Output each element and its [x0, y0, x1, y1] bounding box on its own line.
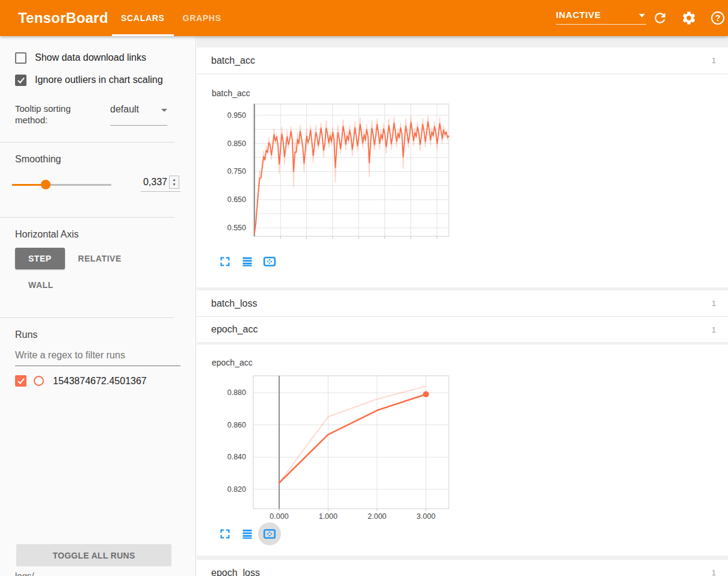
section-count-badge: 1 — [712, 299, 716, 308]
smoothing-label: Smoothing — [15, 154, 180, 165]
run-color-swatch — [34, 376, 44, 386]
check-icon — [17, 76, 25, 83]
section-header-batch-loss[interactable]: batch_loss 1 — [197, 290, 728, 316]
runs-label: Runs — [15, 329, 180, 340]
section-count-badge: 1 — [712, 325, 716, 334]
tooltip-sorting-value: default — [110, 104, 167, 115]
app-title: TensorBoard — [18, 0, 108, 36]
section-title: epoch_loss — [211, 568, 260, 576]
top-toolbar: TensorBoard SCALARS GRAPHS INACTIVE ? — [0, 0, 728, 36]
runs-group-path: logs/ — [15, 571, 34, 576]
chart-title: batch_acc — [212, 88, 728, 98]
tab-scalars-label: SCALARS — [121, 13, 165, 23]
log-scale-button[interactable] — [239, 526, 255, 542]
refresh-button[interactable] — [652, 10, 668, 26]
svg-text:0.950: 0.950 — [227, 111, 246, 120]
fit-domain-icon — [262, 527, 277, 541]
fit-domain-button-active[interactable] — [258, 522, 281, 545]
refresh-icon — [652, 10, 668, 26]
svg-text:0.840: 0.840 — [227, 453, 246, 461]
tab-graphs[interactable]: GRAPHS — [174, 0, 230, 36]
chart-card-batch-acc: batch_acc 0.5500.6500.7500.8500.950 — [197, 73, 728, 287]
check-icon — [17, 376, 25, 384]
chart-toolbar — [217, 522, 728, 545]
ignore-outliers-checkbox[interactable] — [15, 75, 26, 86]
run-name: 1543874672.4501367 — [53, 376, 147, 387]
ignore-outliers-checkbox-row[interactable]: Ignore outliers in chart scaling — [15, 73, 196, 87]
stepper-down-icon[interactable]: ▼ — [172, 182, 176, 187]
settings-button[interactable] — [680, 10, 697, 26]
help-button[interactable]: ? — [709, 10, 726, 26]
tooltip-sorting-row: Tooltip sorting method: default — [15, 103, 180, 126]
axis-step-button[interactable]: STEP — [15, 248, 65, 269]
help-glyph: ? — [715, 13, 721, 23]
fullscreen-button[interactable] — [217, 526, 233, 542]
tooltip-sorting-dropdown[interactable]: default — [110, 104, 167, 126]
svg-text:1.000: 1.000 — [319, 512, 338, 520]
axis-relative-button[interactable]: RELATIVE — [65, 248, 135, 269]
axis-wall-button[interactable]: WALL — [15, 274, 67, 296]
section-count-badge: 1 — [712, 56, 716, 65]
section-header-batch-acc[interactable]: batch_acc 1 — [197, 47, 728, 73]
ignore-outliers-label: Ignore outliers in chart scaling — [35, 75, 179, 85]
tab-scalars[interactable]: SCALARS — [112, 0, 174, 36]
section-title: batch_acc — [211, 55, 255, 66]
horizontal-bars-icon — [241, 528, 253, 540]
svg-text:0.880: 0.880 — [227, 388, 246, 397]
settings-sidebar: Show data download links Ignore outliers… — [0, 36, 196, 576]
toggle-all-runs-button[interactable]: TOGGLE ALL RUNS — [16, 544, 171, 566]
section-title: epoch_acc — [211, 324, 258, 335]
tooltip-sorting-label: Tooltip sorting method: — [15, 103, 90, 126]
log-scale-button[interactable] — [239, 254, 255, 269]
status-dropdown[interactable]: INACTIVE — [556, 10, 646, 25]
smoothing-value-input[interactable] — [141, 177, 167, 188]
section-header-epoch-loss[interactable]: epoch_loss 1 — [197, 560, 728, 576]
epoch-acc-line-chart[interactable]: 0.8200.8400.8600.8800.0001.0002.0003.000 — [204, 369, 457, 520]
run-checkbox[interactable] — [15, 375, 26, 387]
svg-text:3.000: 3.000 — [416, 512, 435, 520]
chart-title: epoch_acc — [212, 358, 728, 367]
section-header-epoch-acc[interactable]: epoch_acc 1 — [197, 316, 728, 342]
tensorboard-app: TensorBoard SCALARS GRAPHS INACTIVE ? — [0, 0, 728, 576]
divider — [0, 217, 174, 218]
run-list-item[interactable]: 1543874672.4501367 — [15, 375, 180, 387]
axis-wall-row: WALL — [15, 274, 180, 296]
section-count-badge: 1 — [712, 568, 716, 576]
section-title: batch_loss — [211, 298, 258, 309]
chart-toolbar — [217, 250, 728, 273]
fullscreen-icon — [219, 256, 231, 268]
show-download-links-checkbox[interactable] — [15, 52, 26, 64]
fit-domain-icon — [262, 254, 277, 269]
svg-text:2.000: 2.000 — [368, 512, 386, 520]
svg-text:0.000: 0.000 — [270, 512, 288, 520]
chevron-down-icon — [161, 109, 167, 112]
settings-gear-icon — [681, 10, 697, 26]
runs-filter-input[interactable] — [15, 350, 180, 361]
batch-acc-line-chart[interactable]: 0.5500.6500.7500.8500.950 — [204, 101, 457, 241]
horizontal-bars-icon — [241, 256, 253, 268]
chart-card-epoch-acc: epoch_acc 0.8200.8400.8600.8800.0001.000… — [197, 345, 728, 556]
show-download-links-checkbox-row[interactable]: Show data download links — [15, 51, 196, 65]
smoothing-slider-row: ▲ ▼ — [12, 173, 180, 197]
chevron-down-icon — [639, 14, 645, 17]
svg-text:0.860: 0.860 — [227, 421, 246, 429]
divider — [0, 317, 174, 318]
smoothing-slider[interactable] — [12, 184, 111, 186]
fullscreen-icon — [219, 528, 231, 540]
stepper-up-icon[interactable]: ▲ — [172, 177, 176, 182]
smoothing-slider-knob[interactable] — [41, 180, 51, 189]
divider — [0, 142, 174, 142]
fit-domain-button[interactable] — [262, 254, 277, 269]
smoothing-value-wrap: ▲ ▼ — [141, 176, 180, 192]
smoothing-stepper[interactable]: ▲ ▼ — [169, 176, 179, 189]
help-icon: ? — [711, 11, 724, 25]
tab-graphs-label: GRAPHS — [183, 13, 221, 23]
horizontal-axis-buttons: STEP RELATIVE — [15, 248, 180, 269]
fullscreen-button[interactable] — [217, 254, 233, 269]
runs-filter-wrap — [15, 350, 180, 366]
fit-domain-button[interactable] — [262, 526, 277, 542]
status-label: INACTIVE — [556, 10, 646, 20]
svg-text:0.650: 0.650 — [227, 195, 246, 204]
nav-tabs: SCALARS GRAPHS — [112, 0, 230, 36]
svg-text:0.550: 0.550 — [227, 224, 246, 232]
